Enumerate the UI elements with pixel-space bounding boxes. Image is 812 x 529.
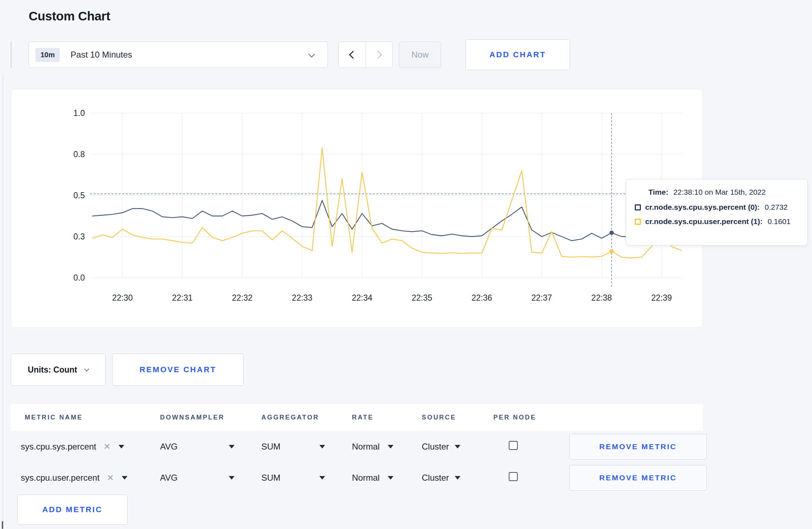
- chevron-down-icon: [308, 51, 315, 57]
- toolbar-separator: [11, 42, 11, 68]
- metric-row: sys.cpu.sys.percent ✕ AVG SUM Normal Clu…: [11, 431, 703, 462]
- per-node-checkbox[interactable]: [509, 472, 518, 481]
- tooltip-series-name: cr.node.sys.cpu.user.percent (1):: [645, 217, 763, 226]
- units-label: Units: Count: [28, 365, 77, 375]
- time-step-buttons: [338, 42, 393, 68]
- x-tick-label: 22:31: [172, 293, 193, 302]
- y-tick-label: 0.8: [73, 150, 85, 159]
- source-value: Cluster: [422, 473, 449, 483]
- col-header-metric-name: METRIC NAME: [11, 414, 154, 421]
- remove-metric-button[interactable]: REMOVE METRIC: [569, 465, 707, 491]
- hover-point: [609, 230, 614, 235]
- time-range-label: Past 10 Minutes: [71, 50, 132, 60]
- downsampler-select[interactable]: AVG: [160, 473, 235, 483]
- aggregator-value: SUM: [261, 473, 280, 483]
- y-tick-label: 1.0: [73, 108, 85, 118]
- series-swatch-icon: [635, 204, 641, 210]
- source-value: Cluster: [422, 442, 449, 452]
- time-range-dropdown[interactable]: 10m Past 10 Minutes: [29, 42, 328, 68]
- y-tick-label: 0.0: [73, 273, 85, 282]
- add-metric-button[interactable]: ADD METRIC: [17, 495, 127, 525]
- chevron-down-icon: [84, 367, 89, 372]
- col-header-downsampler: DOWNSAMPLER: [154, 414, 255, 421]
- metric-name-value: sys.cpu.sys.percent: [21, 442, 96, 452]
- caret-down-icon: [455, 476, 460, 480]
- now-button[interactable]: Now: [399, 42, 441, 68]
- y-tick-label: 0.3: [73, 232, 85, 241]
- timeseries-chart[interactable]: 0.00.30.50.81.022:3022:3122:3222:3322:34…: [11, 89, 703, 328]
- metrics-table: METRIC NAME DOWNSAMPLER AGGREGATOR RATE …: [11, 404, 703, 493]
- series-line: [93, 200, 682, 241]
- clear-metric-icon[interactable]: ✕: [103, 442, 111, 452]
- x-tick-label: 22:38: [591, 293, 612, 302]
- add-chart-button[interactable]: ADD CHART: [465, 39, 570, 70]
- x-tick-label: 22:39: [651, 293, 672, 302]
- y-tick-label: 0.5: [73, 191, 85, 200]
- tooltip-series-name: cr.node.sys.cpu.sys.percent (0):: [645, 203, 760, 212]
- caret-down-icon: [319, 476, 325, 480]
- x-tick-label: 22:37: [531, 293, 552, 302]
- tooltip-series-value: 0.2732: [765, 203, 788, 212]
- source-select[interactable]: Cluster: [422, 473, 460, 483]
- time-range-badge: 10m: [35, 48, 60, 62]
- rate-value: Normal: [352, 442, 380, 452]
- clear-metric-icon[interactable]: ✕: [107, 473, 114, 483]
- next-time-button[interactable]: [366, 42, 393, 68]
- metric-row: sys.cpu.user.percent ✕ AVG SUM Normal Cl…: [11, 462, 703, 493]
- metric-name-select[interactable]: sys.cpu.sys.percent ✕: [21, 442, 124, 452]
- caret-down-icon: [319, 445, 325, 448]
- x-tick-label: 22:34: [352, 293, 372, 302]
- remove-metric-button[interactable]: REMOVE METRIC: [569, 434, 707, 460]
- caret-down-icon: [119, 445, 124, 448]
- tooltip-time-value: 22:38:10 on Mar 15th, 2022: [673, 188, 766, 196]
- chart-card: 0.00.30.50.81.022:3022:3122:3222:3322:34…: [11, 89, 703, 327]
- tooltip-series-value: 0.1601: [768, 217, 791, 226]
- aggregator-value: SUM: [261, 442, 280, 452]
- metric-name-value: sys.cpu.user.percent: [21, 473, 100, 483]
- col-header-aggregator: AGGREGATOR: [255, 414, 346, 421]
- aggregator-select[interactable]: SUM: [261, 442, 325, 452]
- source-select[interactable]: Cluster: [422, 442, 460, 452]
- caret-down-icon: [388, 445, 393, 448]
- downsampler-select[interactable]: AVG: [160, 442, 235, 452]
- chevron-right-icon: [374, 51, 382, 59]
- remove-chart-button[interactable]: REMOVE CHART: [112, 354, 244, 386]
- prev-time-button[interactable]: [339, 42, 366, 68]
- rate-select[interactable]: Normal: [352, 473, 393, 483]
- tooltip-time-row: Time:22:38:10 on Mar 15th, 2022: [648, 188, 798, 196]
- scrollbar-thumb[interactable]: [2, 521, 3, 529]
- caret-down-icon: [455, 445, 460, 448]
- col-header-rate: RATE: [346, 414, 416, 421]
- aggregator-select[interactable]: SUM: [261, 473, 325, 483]
- caret-down-icon: [229, 445, 235, 448]
- page-title: Custom Chart: [29, 9, 110, 23]
- metric-name-select[interactable]: sys.cpu.user.percent ✕: [21, 473, 127, 483]
- hover-point: [609, 249, 614, 253]
- x-tick-label: 22:36: [472, 293, 492, 302]
- page-left-edge-line: [3, 75, 3, 529]
- metrics-table-header: METRIC NAME DOWNSAMPLER AGGREGATOR RATE …: [11, 404, 703, 431]
- x-tick-label: 22:30: [112, 293, 133, 302]
- units-dropdown[interactable]: Units: Count: [11, 354, 106, 386]
- downsampler-value: AVG: [160, 442, 178, 452]
- x-tick-label: 22:33: [292, 293, 313, 302]
- chart-tooltip: Time:22:38:10 on Mar 15th, 2022 cr.node.…: [626, 179, 808, 246]
- series-line: [93, 148, 682, 258]
- caret-down-icon: [388, 476, 393, 480]
- caret-down-icon: [122, 476, 127, 480]
- tooltip-time-label: Time:: [648, 188, 668, 196]
- x-tick-label: 22:32: [232, 293, 253, 302]
- tooltip-series-row: cr.node.sys.cpu.user.percent (1): 0.1601: [635, 217, 798, 226]
- rate-select[interactable]: Normal: [352, 442, 393, 452]
- tooltip-series-row: cr.node.sys.cpu.sys.percent (0): 0.2732: [635, 203, 798, 212]
- downsampler-value: AVG: [160, 473, 178, 483]
- col-header-source: SOURCE: [416, 414, 487, 421]
- caret-down-icon: [229, 476, 235, 480]
- chevron-left-icon: [349, 51, 357, 59]
- rate-value: Normal: [352, 473, 380, 483]
- series-swatch-icon: [635, 219, 641, 225]
- col-header-per-node: PER NODE: [487, 414, 563, 421]
- per-node-checkbox[interactable]: [509, 441, 518, 450]
- x-tick-label: 22:35: [412, 293, 432, 302]
